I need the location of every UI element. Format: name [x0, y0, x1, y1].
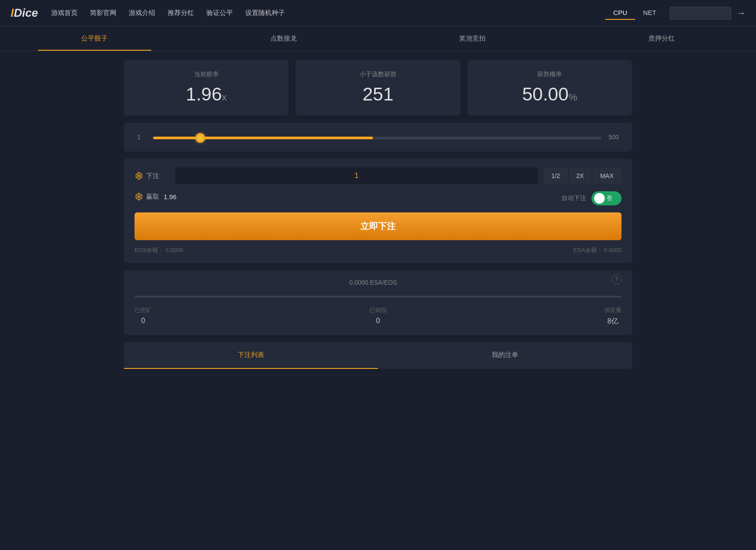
tab-my-orders[interactable]: 我的注单 — [378, 342, 632, 369]
logo: IDice — [11, 6, 38, 20]
esa-balance-value: 0.0000 — [604, 247, 621, 253]
win-chance-number: 50.00 — [522, 84, 569, 104]
balance-row: EOS余额： 0.0000 ESA余额： 0.0000 — [135, 246, 621, 254]
eos-balance-label: EOS余额： — [135, 247, 164, 253]
header-right: CPU NET → — [605, 6, 745, 20]
double-button[interactable]: 2X — [569, 168, 592, 184]
supply-label: 供应量 — [604, 306, 621, 314]
bottom-tabs: 下注列表 我的注单 — [124, 342, 632, 369]
nav-seed[interactable]: 设置随机种子 — [245, 9, 285, 17]
help-icon[interactable]: ? — [612, 275, 621, 284]
net-tab[interactable]: NET — [635, 6, 664, 20]
place-bet-button[interactable]: 立即下注 — [135, 212, 621, 240]
slider-max-label: 500 — [609, 134, 619, 141]
cpu-net-tabs: CPU NET — [605, 6, 664, 20]
tab-fair-dice[interactable]: 公平骰子 — [0, 26, 189, 51]
nav-items: 游戏首页 简影官网 游戏介绍 推荐分红 验证公平 设置随机种子 — [51, 9, 605, 17]
max-button[interactable]: MAX — [592, 168, 621, 184]
win-chance-unit: % — [569, 92, 577, 103]
tab-bet-list[interactable]: 下注列表 — [124, 342, 378, 369]
stat-multiplier: 当前赔率 1.96x — [124, 60, 288, 115]
nav-home[interactable]: 游戏首页 — [51, 9, 78, 17]
multiplier-unit: x — [222, 92, 227, 103]
eos-icon-bet — [135, 171, 143, 180]
esa-balance: ESA余额： 0.0000 — [574, 246, 621, 254]
stat-mined: 已挖矿 0 — [135, 306, 152, 326]
bet-label: 下注 — [146, 172, 168, 180]
multiplier-number: 1.96 — [186, 84, 222, 104]
toggle-status: 否 — [606, 194, 612, 202]
mining-title: 0.0000 ESA/EOS — [135, 279, 612, 286]
nav-verify[interactable]: 验证公平 — [206, 9, 233, 17]
header: IDice 游戏首页 简影官网 游戏介绍 推荐分红 验证公平 设置随机种子 CP… — [0, 0, 756, 26]
auto-bet-toggle[interactable]: 否 — [591, 191, 621, 205]
half-button[interactable]: 1/2 — [543, 168, 568, 184]
supply-value: 8亿 — [604, 317, 621, 326]
burned-label: 已销毁 — [370, 306, 387, 314]
nav-official[interactable]: 简影官网 — [90, 9, 116, 17]
tab-chain[interactable]: 点数接龙 — [189, 26, 378, 51]
burned-value: 0 — [370, 317, 387, 325]
nav-intro[interactable]: 游戏介绍 — [129, 9, 155, 17]
eos-icon-win — [135, 192, 143, 201]
slider-min-label: 1 — [137, 134, 146, 141]
login-icon[interactable]: → — [737, 8, 745, 18]
win-chance-value: 50.00% — [478, 84, 621, 105]
bet-input[interactable]: 1 — [175, 167, 538, 184]
cpu-tab[interactable]: CPU — [605, 6, 635, 20]
main-content: 当前赔率 1.96x 小于该数获胜 251 获胜概率 50.00% 1 500 — [113, 51, 643, 378]
sub-nav: 公平骰子 点数接龙 奖池竞拍 质押分红 — [0, 26, 756, 51]
stat-win-chance: 获胜概率 50.00% — [468, 60, 632, 115]
mining-progress-bar — [135, 296, 621, 297]
search-input[interactable] — [670, 7, 731, 20]
win-below-label: 小于该数获胜 — [306, 71, 449, 78]
auto-bet-row: 自动下注 否 — [561, 191, 621, 205]
multiplier-label: 当前赔率 — [135, 71, 278, 78]
stat-win-below: 小于该数获胜 251 — [296, 60, 460, 115]
auto-bet-label: 自动下注 — [561, 194, 586, 202]
mined-value: 0 — [135, 317, 152, 325]
mining-stats: 已挖矿 0 已销毁 0 供应量 8亿 — [135, 306, 621, 326]
winnings-row: 赢取 1.96 — [135, 192, 176, 201]
esa-balance-label: ESA余额： — [574, 247, 603, 253]
winnings-value: 1.96 — [164, 193, 176, 201]
tab-staking[interactable]: 质押分红 — [567, 26, 756, 51]
toggle-knob — [594, 193, 605, 204]
bet-section: 下注 1 1/2 2X MAX 赢取 1.96 — [124, 159, 632, 263]
stats-row: 当前赔率 1.96x 小于该数获胜 251 获胜概率 50.00% — [124, 60, 632, 115]
logo-dice: Dice — [14, 6, 38, 19]
bet-buttons: 1/2 2X MAX — [543, 168, 621, 184]
stat-burned: 已销毁 0 — [370, 306, 387, 326]
slider-wrapper — [153, 133, 602, 141]
mining-section: 0.0000 ESA/EOS ? 已挖矿 0 已销毁 0 供应量 8亿 — [124, 270, 632, 335]
nav-referral[interactable]: 推荐分红 — [168, 9, 194, 17]
stat-supply: 供应量 8亿 — [604, 306, 621, 326]
eos-balance-value: 0.0000 — [165, 247, 183, 253]
slider-section: 1 500 — [124, 123, 632, 152]
tab-auction[interactable]: 奖池竞拍 — [378, 26, 567, 51]
win-chance-label: 获胜概率 — [478, 71, 621, 78]
winnings-label: 赢取 — [146, 193, 159, 201]
win-below-value: 251 — [306, 84, 449, 105]
mined-label: 已挖矿 — [135, 306, 152, 314]
multiplier-value: 1.96x — [135, 84, 278, 105]
slider-input[interactable] — [153, 137, 602, 139]
bet-row: 下注 1 1/2 2X MAX — [135, 167, 621, 184]
eos-balance: EOS余额： 0.0000 — [135, 246, 183, 254]
